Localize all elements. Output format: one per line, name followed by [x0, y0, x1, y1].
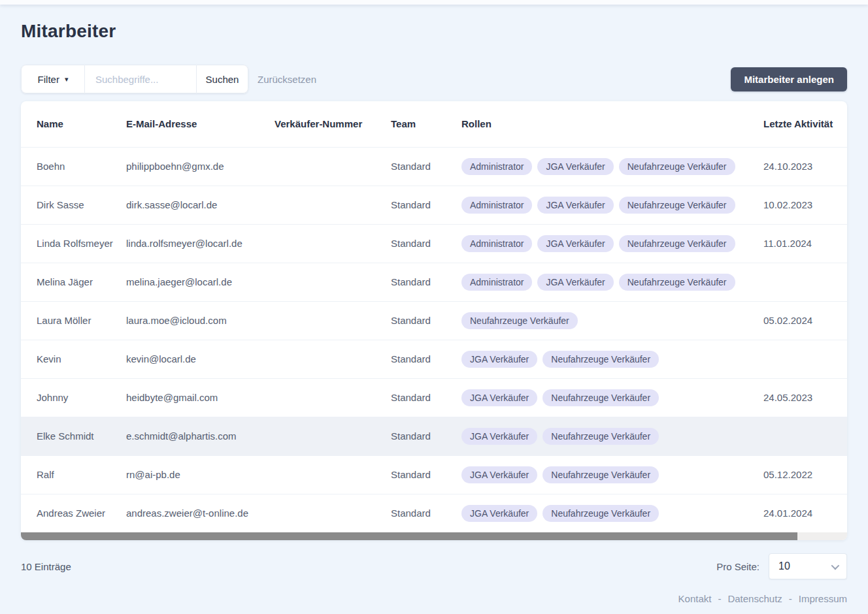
cell-last-activity: 10.02.2023 — [763, 186, 847, 224]
per-page-label: Pro Seite: — [716, 561, 760, 572]
top-nav-shadow — [0, 0, 868, 5]
search-segment-group: Filter ▾ Suchen — [21, 65, 248, 93]
cell-seller-number — [275, 494, 391, 532]
search-button[interactable]: Suchen — [196, 65, 248, 93]
footer-link-datenschutz[interactable]: Datenschutz — [727, 593, 782, 604]
cell-roles: JGA VerkäuferNeufahrzeuge Verkäufer — [461, 378, 763, 417]
per-page-control: Pro Seite: 10 — [716, 553, 847, 579]
employee-table-card: Name E-Mail-Adresse Verkäufer-Nummer Tea… — [21, 101, 847, 540]
cell-roles: Neufahrzeuge Verkäufer — [461, 301, 763, 340]
table-row[interactable]: Elke Schmidt e.schmidt@alphartis.com Sta… — [21, 417, 847, 455]
per-page-value: 10 — [778, 560, 790, 572]
cell-name: Dirk Sasse — [21, 186, 126, 224]
cell-team: Standard — [391, 186, 461, 224]
cell-name: Boehn — [21, 147, 126, 186]
role-badge: Neufahrzeuge Verkäufer — [619, 274, 735, 291]
cell-email: kevin@locarl.de — [126, 340, 275, 378]
column-header-roles[interactable]: Rollen — [461, 101, 763, 147]
cell-roles: JGA VerkäuferNeufahrzeuge Verkäufer — [461, 494, 763, 532]
role-badge: JGA Verkäufer — [537, 235, 613, 252]
cell-last-activity: 24.05.2023 — [763, 378, 847, 417]
pagination-bar: 10 Einträge Pro Seite: 10 — [21, 553, 847, 579]
cell-last-activity: 24.01.2024 — [763, 494, 847, 532]
column-header-name[interactable]: Name — [21, 101, 126, 147]
cell-last-activity: 05.12.2022 — [763, 455, 847, 494]
cell-team: Standard — [391, 455, 461, 494]
cell-last-activity: 05.02.2024 — [763, 301, 847, 340]
cell-last-activity — [763, 340, 847, 378]
cell-seller-number — [275, 417, 391, 455]
horizontal-scrollbar-track[interactable] — [21, 532, 847, 540]
cell-email: andreas.zweier@t-online.de — [126, 494, 275, 532]
cell-name: Elke Schmidt — [21, 417, 126, 455]
cell-seller-number — [275, 186, 391, 224]
column-header-seller-number[interactable]: Verkäufer-Nummer — [275, 101, 391, 147]
reset-button[interactable]: Zurücksetzen — [258, 74, 316, 85]
column-header-team[interactable]: Team — [391, 101, 461, 147]
cell-email: philippboehn@gmx.de — [126, 147, 275, 186]
entries-count: 10 Einträge — [21, 561, 71, 572]
per-page-select[interactable]: 10 — [769, 553, 847, 579]
table-row[interactable]: Melina Jäger melina.jaeger@locarl.de Sta… — [21, 263, 847, 301]
role-badge: JGA Verkäufer — [461, 505, 537, 522]
cell-team: Standard — [391, 263, 461, 301]
table-row[interactable]: Laura Möller laura.moe@icloud.com Standa… — [21, 301, 847, 340]
footer-link-impressum[interactable]: Impressum — [799, 593, 847, 604]
cell-email: linda.rolfsmeyer@locarl.de — [126, 224, 275, 263]
cell-seller-number — [275, 340, 391, 378]
table-row[interactable]: Linda Rolfsmeyer linda.rolfsmeyer@locarl… — [21, 224, 847, 263]
caret-down-icon: ▾ — [65, 76, 69, 83]
page-title: Mitarbeiter — [21, 21, 847, 42]
toolbar: Filter ▾ Suchen Zurücksetzen Mitarbeiter… — [21, 65, 847, 93]
cell-email: e.schmidt@alphartis.com — [126, 417, 275, 455]
role-badge: JGA Verkäufer — [537, 197, 613, 214]
cell-seller-number — [275, 455, 391, 494]
footer-link-kontakt[interactable]: Kontakt — [678, 593, 712, 604]
column-header-email[interactable]: E-Mail-Adresse — [126, 101, 275, 147]
role-badge: Neufahrzeuge Verkäufer — [619, 197, 735, 214]
filter-search-group: Filter ▾ Suchen Zurücksetzen — [21, 65, 316, 93]
cell-seller-number — [275, 301, 391, 340]
table-scroll-area: Name E-Mail-Adresse Verkäufer-Nummer Tea… — [21, 101, 847, 532]
column-header-last-activity[interactable]: Letzte Aktivität — [763, 101, 847, 147]
role-badge: JGA Verkäufer — [461, 466, 537, 483]
cell-team: Standard — [391, 378, 461, 417]
role-badge: Neufahrzeuge Verkäufer — [619, 158, 735, 175]
role-badge: Administrator — [461, 235, 532, 252]
table-row[interactable]: Boehn philippboehn@gmx.de Standard Admin… — [21, 147, 847, 186]
table-body: Boehn philippboehn@gmx.de Standard Admin… — [21, 147, 847, 532]
cell-team: Standard — [391, 147, 461, 186]
filter-dropdown-button[interactable]: Filter ▾ — [21, 65, 85, 93]
cell-email: heidbyte@gmail.com — [126, 378, 275, 417]
employee-table: Name E-Mail-Adresse Verkäufer-Nummer Tea… — [21, 101, 847, 532]
footer-separator: - — [789, 593, 792, 604]
cell-name: Ralf — [21, 455, 126, 494]
page-container: Mitarbeiter Filter ▾ Suchen Zurücksetzen… — [0, 21, 868, 579]
cell-email: rn@ai-pb.de — [126, 455, 275, 494]
role-badge: Neufahrzeuge Verkäufer — [542, 389, 659, 406]
table-row[interactable]: Andreas Zweier andreas.zweier@t-online.d… — [21, 494, 847, 532]
cell-team: Standard — [391, 417, 461, 455]
search-input[interactable] — [85, 65, 196, 93]
cell-seller-number — [275, 263, 391, 301]
table-row[interactable]: Ralf rn@ai-pb.de Standard JGA VerkäuferN… — [21, 455, 847, 494]
cell-team: Standard — [391, 301, 461, 340]
table-header-row: Name E-Mail-Adresse Verkäufer-Nummer Tea… — [21, 101, 847, 147]
role-badge: JGA Verkäufer — [537, 274, 613, 291]
table-row[interactable]: Johnny heidbyte@gmail.com Standard JGA V… — [21, 378, 847, 417]
cell-roles: AdministratorJGA VerkäuferNeufahrzeuge V… — [461, 147, 763, 186]
horizontal-scrollbar-thumb[interactable] — [21, 532, 797, 540]
create-employee-button[interactable]: Mitarbeiter anlegen — [731, 67, 847, 91]
role-badge: Administrator — [461, 158, 532, 175]
role-badge: JGA Verkäufer — [461, 428, 537, 445]
role-badge: Neufahrzeuge Verkäufer — [619, 235, 735, 252]
filter-dropdown-label: Filter — [38, 74, 59, 85]
role-badge: Neufahrzeuge Verkäufer — [542, 505, 659, 522]
table-row[interactable]: Kevin kevin@locarl.de Standard JGA Verkä… — [21, 340, 847, 378]
role-badge: Administrator — [461, 274, 532, 291]
cell-email: laura.moe@icloud.com — [126, 301, 275, 340]
cell-last-activity: 11.01.2024 — [763, 224, 847, 263]
cell-team: Standard — [391, 494, 461, 532]
table-row[interactable]: Dirk Sasse dirk.sasse@locarl.de Standard… — [21, 186, 847, 224]
cell-seller-number — [275, 224, 391, 263]
